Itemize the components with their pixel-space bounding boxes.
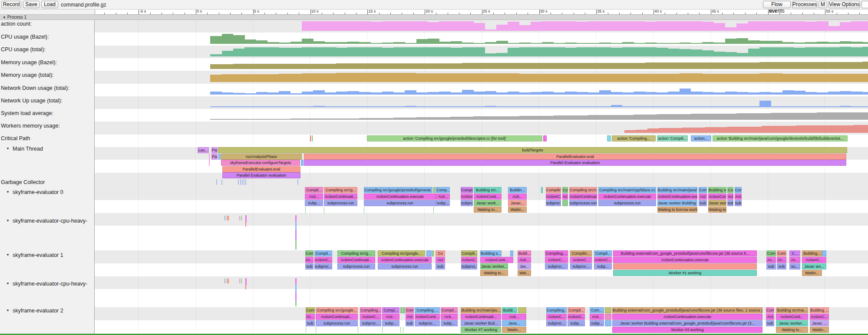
trace-event[interactable]	[543, 135, 547, 141]
record-button[interactable]: Record	[1, 1, 21, 8]
event-tick[interactable]	[324, 207, 324, 213]
trace-event[interactable]: subproc...	[545, 263, 568, 269]
trace-event[interactable]: subprocess.run	[569, 200, 597, 206]
event-tick[interactable]	[245, 215, 247, 222]
trace-event[interactable]: Compil...	[441, 307, 458, 313]
event-tick[interactable]	[295, 221, 297, 230]
trace-event[interactable]: Compil...	[314, 250, 332, 256]
event-tick[interactable]	[403, 327, 403, 333]
trace-event[interactable]: Com	[306, 307, 315, 313]
event-tick[interactable]	[400, 327, 401, 333]
processes-button[interactable]: Processes	[792, 1, 817, 8]
trace-event[interactable]: Waitin...	[502, 327, 526, 333]
event-tick[interactable]	[297, 179, 298, 185]
trace-event[interactable]: runAnalysisPhase	[221, 154, 302, 160]
trace-event[interactable]: Ac...	[306, 314, 315, 320]
trace-event[interactable]: Compi...	[382, 307, 399, 313]
trace-event[interactable]: Waitin...	[810, 327, 829, 333]
trace-event[interactable]: ActionContinuati...	[316, 314, 358, 320]
trace-event[interactable]	[822, 250, 826, 256]
trace-event[interactable]: Building external/com_google_protobuf/ja…	[613, 250, 757, 256]
trace-event[interactable]: Building src/main/jav...	[461, 307, 501, 313]
trace-event[interactable]: subproc...	[314, 263, 332, 269]
trace-event[interactable]: Par	[211, 154, 218, 160]
event-tick[interactable]	[241, 279, 242, 283]
trace-event[interactable]: Building s...	[480, 250, 502, 256]
collapse-arrow-icon[interactable]: ▼	[6, 147, 10, 151]
event-tick[interactable]	[240, 179, 241, 185]
trace-event[interactable]: subprocess.run	[364, 200, 436, 206]
trace-event[interactable]	[432, 250, 434, 256]
trace-event[interactable]: subproc...	[461, 200, 473, 206]
trace-event[interactable]: Compiling src/google...	[378, 250, 425, 256]
trace-event[interactable]: Worker #7 working	[461, 327, 501, 333]
trace-event[interactable]: Building src...	[474, 187, 502, 193]
trace-event[interactable]: Javac wor...	[708, 200, 726, 206]
trace-event[interactable]: Acti...	[590, 314, 604, 320]
collapse-arrow-icon[interactable]: ▼	[6, 190, 10, 194]
trace-event[interactable]: Act	[699, 194, 707, 200]
trace-event[interactable]: ActionC...	[461, 257, 477, 263]
trace-event[interactable]: buildTargets	[218, 147, 847, 153]
sidebar-row[interactable]: ▼skyframe-evaluator 1	[0, 252, 95, 259]
trace-event[interactable]: Par	[211, 147, 218, 153]
event-tick[interactable]	[239, 279, 240, 283]
trace-event[interactable]: Com...	[590, 307, 604, 313]
trace-event[interactable]: ActionConti...	[708, 194, 726, 200]
trace-event[interactable]: Co	[727, 187, 733, 193]
trace-event[interactable]: Building external/com_google_protobuf/ja…	[612, 307, 762, 313]
trace-event[interactable]: Building src/main/java/com/go...	[657, 187, 697, 193]
process-header[interactable]: ▼ Process 1	[0, 14, 868, 20]
trace-event[interactable]: ActionConti...	[776, 314, 808, 320]
trace-event[interactable]: Ac...	[777, 257, 786, 263]
trace-event[interactable]: Worker #1 working	[613, 270, 757, 276]
sidebar-row[interactable]: ▼Main Thread	[0, 146, 95, 152]
trace-event[interactable]: Parallel Evaluator evaluation	[304, 160, 846, 166]
trace-event[interactable]: sub	[766, 263, 776, 269]
trace-event[interactable]: ActionC...	[314, 257, 332, 263]
trace-event[interactable]: Waiting to...	[480, 270, 508, 276]
trace-event[interactable]: ActionC...	[461, 194, 473, 200]
metadata-button[interactable]: M	[818, 1, 827, 8]
trace-event[interactable]: Ac...	[789, 257, 800, 263]
event-tick[interactable]	[238, 179, 239, 185]
trace-event[interactable]: Com	[699, 187, 707, 193]
trace-event[interactable]: ActionConti...	[480, 257, 513, 263]
trace-event[interactable]	[400, 307, 403, 313]
trace-event[interactable]: Building ...	[810, 307, 829, 313]
trace-event[interactable]: action 'Compiling src/google/protobuf/de…	[367, 135, 542, 141]
event-tick[interactable]	[295, 230, 297, 240]
trace-event[interactable]: Javac ...	[810, 320, 829, 326]
trace-event[interactable]	[510, 250, 513, 256]
trace-event[interactable]: Compiling...	[360, 307, 381, 313]
trace-event[interactable]	[541, 187, 543, 193]
trace-event[interactable]: ActionC...	[568, 314, 585, 320]
trace-event[interactable]: Build...	[518, 250, 531, 256]
trace-event[interactable]: ActionContinuation.execute	[612, 314, 762, 320]
trace-event[interactable]: ParallelEvaluator.eval	[304, 154, 846, 160]
trace-event[interactable]: sub	[305, 263, 314, 269]
trace-event[interactable]: Act	[406, 314, 414, 320]
trace-event[interactable]	[218, 154, 221, 160]
trace-event[interactable]	[605, 307, 611, 313]
trace-event[interactable]: Acti...	[305, 194, 323, 200]
trace-event[interactable]	[403, 307, 405, 313]
trace-event[interactable]: Compil...	[594, 250, 612, 256]
trace-event[interactable]: subp...	[305, 200, 323, 206]
trace-event[interactable]: Com	[735, 187, 742, 193]
event-tick[interactable]	[364, 207, 364, 213]
trace-event[interactable]: Waiting to borrow worker	[657, 207, 697, 213]
event-tick[interactable]	[245, 179, 246, 185]
trace-event[interactable]: Compiling src/main/cpp/blaze.cc	[598, 187, 656, 193]
trace-event[interactable]: ActionC...	[810, 314, 829, 320]
flow-events-button[interactable]: Flow events	[763, 1, 791, 8]
trace-event[interactable]: Ac...	[305, 257, 314, 263]
trace-event[interactable]: Javac...	[508, 200, 527, 206]
trace-event[interactable]: Javac worker Building external/com_googl…	[612, 320, 762, 326]
trace-event[interactable]: subprocess.run	[316, 320, 358, 326]
trace-event[interactable]	[607, 135, 611, 141]
event-tick[interactable]	[227, 279, 228, 283]
event-tick[interactable]	[224, 216, 225, 220]
trace-event[interactable]: sub	[406, 320, 414, 326]
trace-event[interactable]	[301, 160, 304, 166]
